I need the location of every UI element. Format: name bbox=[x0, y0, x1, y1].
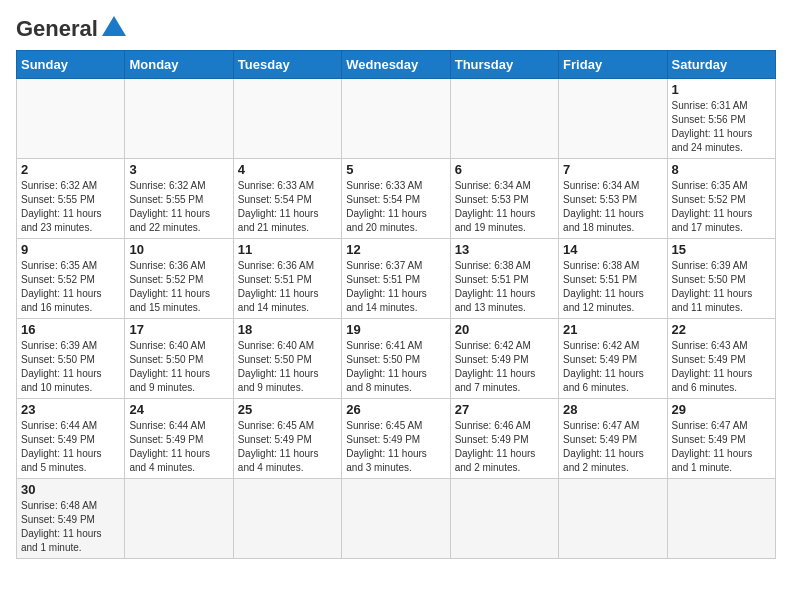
day-number: 16 bbox=[21, 322, 120, 337]
day-number: 19 bbox=[346, 322, 445, 337]
day-number: 1 bbox=[672, 82, 771, 97]
calendar-cell: 6Sunrise: 6:34 AM Sunset: 5:53 PM Daylig… bbox=[450, 159, 558, 239]
logo-general-text: General bbox=[16, 16, 98, 42]
day-info: Sunrise: 6:39 AM Sunset: 5:50 PM Dayligh… bbox=[672, 259, 771, 315]
day-info: Sunrise: 6:48 AM Sunset: 5:49 PM Dayligh… bbox=[21, 499, 120, 555]
weekday-header-friday: Friday bbox=[559, 51, 667, 79]
calendar-cell: 23Sunrise: 6:44 AM Sunset: 5:49 PM Dayli… bbox=[17, 399, 125, 479]
day-number: 9 bbox=[21, 242, 120, 257]
calendar-cell: 7Sunrise: 6:34 AM Sunset: 5:53 PM Daylig… bbox=[559, 159, 667, 239]
day-number: 29 bbox=[672, 402, 771, 417]
calendar-cell: 10Sunrise: 6:36 AM Sunset: 5:52 PM Dayli… bbox=[125, 239, 233, 319]
calendar-week-3: 9Sunrise: 6:35 AM Sunset: 5:52 PM Daylig… bbox=[17, 239, 776, 319]
day-info: Sunrise: 6:35 AM Sunset: 5:52 PM Dayligh… bbox=[672, 179, 771, 235]
calendar-cell: 11Sunrise: 6:36 AM Sunset: 5:51 PM Dayli… bbox=[233, 239, 341, 319]
day-number: 27 bbox=[455, 402, 554, 417]
calendar-cell: 4Sunrise: 6:33 AM Sunset: 5:54 PM Daylig… bbox=[233, 159, 341, 239]
day-info: Sunrise: 6:32 AM Sunset: 5:55 PM Dayligh… bbox=[21, 179, 120, 235]
day-info: Sunrise: 6:36 AM Sunset: 5:51 PM Dayligh… bbox=[238, 259, 337, 315]
calendar-cell: 30Sunrise: 6:48 AM Sunset: 5:49 PM Dayli… bbox=[17, 479, 125, 559]
day-number: 10 bbox=[129, 242, 228, 257]
day-info: Sunrise: 6:44 AM Sunset: 5:49 PM Dayligh… bbox=[129, 419, 228, 475]
weekday-header-tuesday: Tuesday bbox=[233, 51, 341, 79]
calendar-cell: 25Sunrise: 6:45 AM Sunset: 5:49 PM Dayli… bbox=[233, 399, 341, 479]
day-number: 28 bbox=[563, 402, 662, 417]
logo-triangle-icon bbox=[100, 14, 128, 42]
day-info: Sunrise: 6:38 AM Sunset: 5:51 PM Dayligh… bbox=[455, 259, 554, 315]
calendar-cell: 13Sunrise: 6:38 AM Sunset: 5:51 PM Dayli… bbox=[450, 239, 558, 319]
calendar-cell: 9Sunrise: 6:35 AM Sunset: 5:52 PM Daylig… bbox=[17, 239, 125, 319]
day-info: Sunrise: 6:43 AM Sunset: 5:49 PM Dayligh… bbox=[672, 339, 771, 395]
calendar-week-2: 2Sunrise: 6:32 AM Sunset: 5:55 PM Daylig… bbox=[17, 159, 776, 239]
calendar-cell: 16Sunrise: 6:39 AM Sunset: 5:50 PM Dayli… bbox=[17, 319, 125, 399]
day-info: Sunrise: 6:34 AM Sunset: 5:53 PM Dayligh… bbox=[563, 179, 662, 235]
day-number: 20 bbox=[455, 322, 554, 337]
day-number: 17 bbox=[129, 322, 228, 337]
day-info: Sunrise: 6:36 AM Sunset: 5:52 PM Dayligh… bbox=[129, 259, 228, 315]
weekday-header-sunday: Sunday bbox=[17, 51, 125, 79]
day-info: Sunrise: 6:42 AM Sunset: 5:49 PM Dayligh… bbox=[563, 339, 662, 395]
calendar-cell bbox=[125, 79, 233, 159]
day-number: 6 bbox=[455, 162, 554, 177]
calendar-cell: 19Sunrise: 6:41 AM Sunset: 5:50 PM Dayli… bbox=[342, 319, 450, 399]
day-info: Sunrise: 6:38 AM Sunset: 5:51 PM Dayligh… bbox=[563, 259, 662, 315]
calendar-cell bbox=[450, 479, 558, 559]
calendar-cell: 27Sunrise: 6:46 AM Sunset: 5:49 PM Dayli… bbox=[450, 399, 558, 479]
day-number: 22 bbox=[672, 322, 771, 337]
calendar-cell: 12Sunrise: 6:37 AM Sunset: 5:51 PM Dayli… bbox=[342, 239, 450, 319]
day-number: 7 bbox=[563, 162, 662, 177]
day-number: 11 bbox=[238, 242, 337, 257]
calendar-cell: 29Sunrise: 6:47 AM Sunset: 5:49 PM Dayli… bbox=[667, 399, 775, 479]
calendar-cell bbox=[667, 479, 775, 559]
day-number: 24 bbox=[129, 402, 228, 417]
calendar-cell: 20Sunrise: 6:42 AM Sunset: 5:49 PM Dayli… bbox=[450, 319, 558, 399]
day-info: Sunrise: 6:33 AM Sunset: 5:54 PM Dayligh… bbox=[346, 179, 445, 235]
day-info: Sunrise: 6:44 AM Sunset: 5:49 PM Dayligh… bbox=[21, 419, 120, 475]
day-info: Sunrise: 6:33 AM Sunset: 5:54 PM Dayligh… bbox=[238, 179, 337, 235]
day-number: 13 bbox=[455, 242, 554, 257]
day-info: Sunrise: 6:41 AM Sunset: 5:50 PM Dayligh… bbox=[346, 339, 445, 395]
day-info: Sunrise: 6:35 AM Sunset: 5:52 PM Dayligh… bbox=[21, 259, 120, 315]
calendar-cell: 22Sunrise: 6:43 AM Sunset: 5:49 PM Dayli… bbox=[667, 319, 775, 399]
calendar-cell: 1Sunrise: 6:31 AM Sunset: 5:56 PM Daylig… bbox=[667, 79, 775, 159]
page-header: General bbox=[16, 16, 776, 42]
day-number: 18 bbox=[238, 322, 337, 337]
calendar-table: SundayMondayTuesdayWednesdayThursdayFrid… bbox=[16, 50, 776, 559]
calendar-week-4: 16Sunrise: 6:39 AM Sunset: 5:50 PM Dayli… bbox=[17, 319, 776, 399]
calendar-cell bbox=[559, 79, 667, 159]
day-number: 26 bbox=[346, 402, 445, 417]
calendar-cell bbox=[233, 479, 341, 559]
calendar-cell bbox=[125, 479, 233, 559]
day-info: Sunrise: 6:34 AM Sunset: 5:53 PM Dayligh… bbox=[455, 179, 554, 235]
day-number: 14 bbox=[563, 242, 662, 257]
weekday-header-monday: Monday bbox=[125, 51, 233, 79]
day-number: 23 bbox=[21, 402, 120, 417]
day-info: Sunrise: 6:37 AM Sunset: 5:51 PM Dayligh… bbox=[346, 259, 445, 315]
day-info: Sunrise: 6:47 AM Sunset: 5:49 PM Dayligh… bbox=[563, 419, 662, 475]
calendar-cell bbox=[233, 79, 341, 159]
day-number: 8 bbox=[672, 162, 771, 177]
logo: General bbox=[16, 16, 128, 42]
calendar-week-1: 1Sunrise: 6:31 AM Sunset: 5:56 PM Daylig… bbox=[17, 79, 776, 159]
day-info: Sunrise: 6:42 AM Sunset: 5:49 PM Dayligh… bbox=[455, 339, 554, 395]
day-info: Sunrise: 6:40 AM Sunset: 5:50 PM Dayligh… bbox=[129, 339, 228, 395]
day-number: 3 bbox=[129, 162, 228, 177]
calendar-cell bbox=[342, 79, 450, 159]
weekday-header-saturday: Saturday bbox=[667, 51, 775, 79]
day-info: Sunrise: 6:45 AM Sunset: 5:49 PM Dayligh… bbox=[346, 419, 445, 475]
calendar-cell: 24Sunrise: 6:44 AM Sunset: 5:49 PM Dayli… bbox=[125, 399, 233, 479]
svg-marker-0 bbox=[102, 16, 126, 36]
calendar-cell: 17Sunrise: 6:40 AM Sunset: 5:50 PM Dayli… bbox=[125, 319, 233, 399]
weekday-header-wednesday: Wednesday bbox=[342, 51, 450, 79]
day-info: Sunrise: 6:46 AM Sunset: 5:49 PM Dayligh… bbox=[455, 419, 554, 475]
day-info: Sunrise: 6:32 AM Sunset: 5:55 PM Dayligh… bbox=[129, 179, 228, 235]
calendar-cell: 26Sunrise: 6:45 AM Sunset: 5:49 PM Dayli… bbox=[342, 399, 450, 479]
day-number: 5 bbox=[346, 162, 445, 177]
calendar-cell bbox=[450, 79, 558, 159]
calendar-cell: 18Sunrise: 6:40 AM Sunset: 5:50 PM Dayli… bbox=[233, 319, 341, 399]
day-number: 30 bbox=[21, 482, 120, 497]
calendar-cell: 5Sunrise: 6:33 AM Sunset: 5:54 PM Daylig… bbox=[342, 159, 450, 239]
calendar-cell bbox=[559, 479, 667, 559]
day-number: 25 bbox=[238, 402, 337, 417]
calendar-cell: 2Sunrise: 6:32 AM Sunset: 5:55 PM Daylig… bbox=[17, 159, 125, 239]
